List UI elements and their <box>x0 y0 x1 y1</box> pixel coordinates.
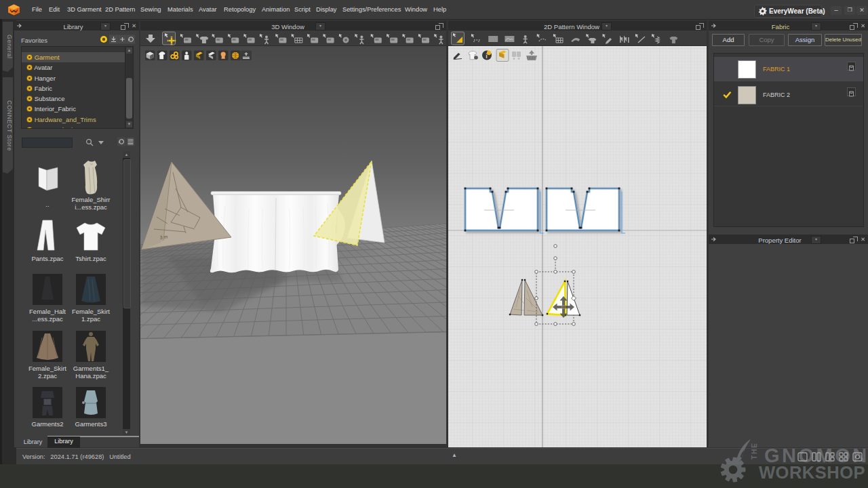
svg-text:WORKSHOP: WORKSHOP <box>759 463 865 482</box>
svg-text:i: i <box>486 53 488 60</box>
svg-text:THE: THE <box>750 443 758 460</box>
